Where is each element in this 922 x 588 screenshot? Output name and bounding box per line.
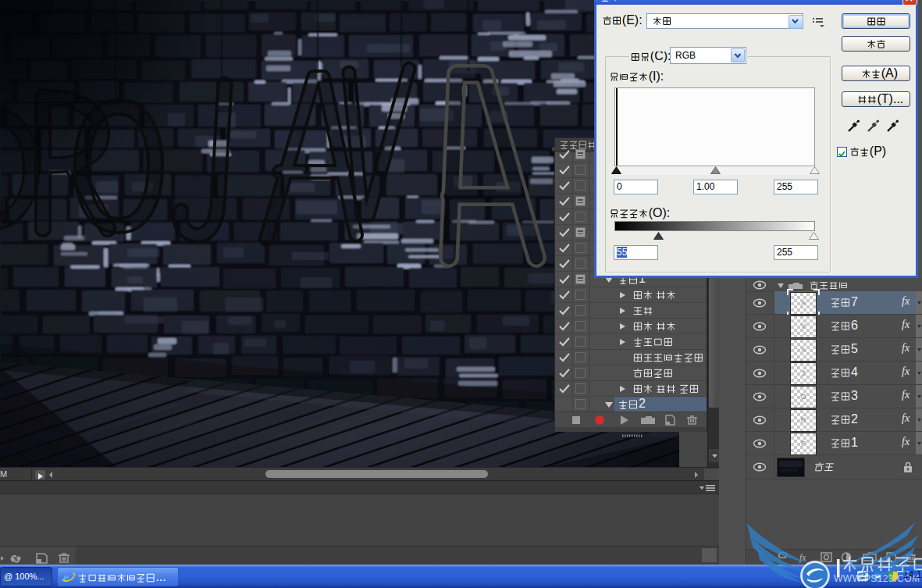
svg-text:e: e [63, 571, 69, 584]
svg-text:5: 5 [851, 344, 858, 355]
svg-text:(E):: (E): [622, 15, 643, 27]
svg-text:7: 7 [851, 297, 858, 308]
svg-text:(C):: (C): [650, 52, 671, 62]
svg-text:...: ... [155, 572, 166, 583]
svg-text:(A): (A) [881, 66, 898, 80]
svg-text:(I):: (I): [649, 71, 664, 83]
svg-text:2: 2 [851, 414, 858, 426]
svg-text:fx: fx [799, 552, 806, 563]
svg-text:4: 4 [851, 367, 858, 379]
svg-text:2: 2 [639, 398, 646, 410]
svg-text:(T)...: (T)... [878, 92, 904, 105]
svg-text:(O):: (O): [649, 208, 671, 219]
svg-text:(P): (P) [870, 146, 886, 158]
svg-text:3: 3 [851, 390, 858, 402]
svg-text:6: 6 [851, 320, 858, 332]
svg-text:1: 1 [851, 437, 858, 449]
